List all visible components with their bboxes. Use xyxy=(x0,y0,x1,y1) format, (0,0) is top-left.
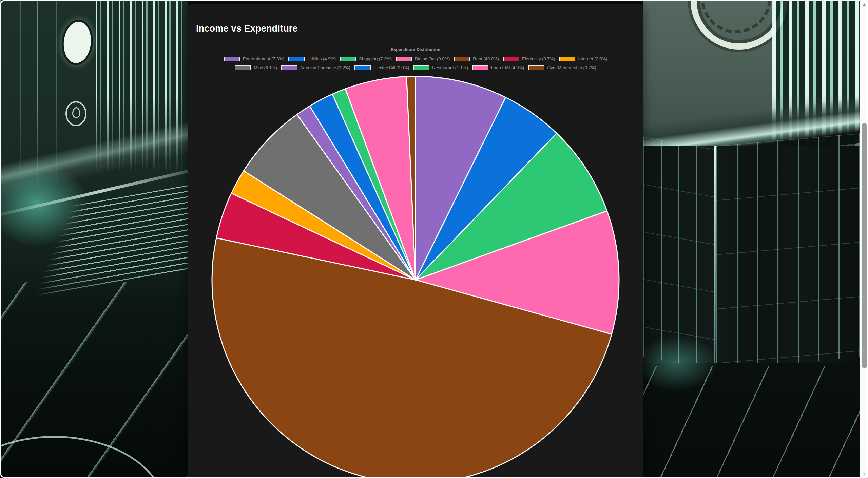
scrollbar[interactable]: ▲ ▼ xyxy=(860,0,868,478)
legend-item-label: Dining Out (9.8%) xyxy=(415,57,450,61)
legend-swatch xyxy=(281,65,297,70)
legend-item-label: Restaurant (1.1%) xyxy=(432,65,468,70)
scroll-down-icon[interactable]: ▼ xyxy=(860,472,868,477)
legend-swatch xyxy=(413,65,429,70)
legend-item-electricity[interactable]: Electricity (3.7%) xyxy=(503,57,555,61)
legend-swatch xyxy=(559,57,575,61)
legend-item-dining-out[interactable]: Dining Out (9.8%) xyxy=(396,57,450,61)
legend-item-amazon-purchase[interactable]: Amazon Purchase (1.2%) xyxy=(281,65,350,70)
legend-item-electric-bill[interactable]: Electric Bill (2.0%) xyxy=(354,65,409,70)
pie-chart xyxy=(188,4,643,478)
legend-swatch xyxy=(340,57,356,61)
legend-item-label: Shopping (7.3%) xyxy=(359,57,392,61)
bg-badge-ring xyxy=(65,101,86,126)
legend-item-restaurant[interactable]: Restaurant (1.1%) xyxy=(413,65,468,70)
legend-swatch xyxy=(503,57,519,61)
legend-swatch xyxy=(288,57,305,61)
bg-floor-glow xyxy=(643,326,731,400)
legend-item-label: Misc (6.1%) xyxy=(254,65,277,70)
legend-swatch xyxy=(454,57,470,61)
legend-item-label: Internet (2.0%) xyxy=(578,57,607,61)
legend-item-gym-membership[interactable]: Gym Membership (0.7%) xyxy=(528,65,596,70)
bg-oval-light xyxy=(59,18,95,67)
legend-item-label: Electricity (3.7%) xyxy=(522,57,555,61)
bg-cube-panel-lines-right xyxy=(716,133,868,370)
legend-row-1: Entertainment (7.3%)Utilities (4.9%)Shop… xyxy=(188,57,643,61)
bg-right-scene xyxy=(643,0,868,478)
legend-swatch xyxy=(224,57,240,61)
legend-item-label: Utilities (4.9%) xyxy=(307,57,336,61)
bg-left-scene xyxy=(0,0,188,478)
legend-item-utilities[interactable]: Utilities (4.9%) xyxy=(288,57,336,61)
legend-item-entertainment[interactable]: Entertainment (7.3%) xyxy=(224,57,285,61)
legend-item-misc[interactable]: Misc (6.1%) xyxy=(235,65,277,70)
legend-swatch xyxy=(354,65,371,70)
legend-item-label: Rent (49.0%) xyxy=(473,57,499,61)
legend-item-internet[interactable]: Internet (2.0%) xyxy=(559,57,607,61)
chart-legend: Entertainment (7.3%)Utilities (4.9%)Shop… xyxy=(188,57,643,74)
legend-item-rent[interactable]: Rent (49.0%) xyxy=(454,57,499,61)
legend-item-label: Entertainment (7.3%) xyxy=(243,57,285,61)
legend-row-2: Misc (6.1%)Amazon Purchase (1.2%)Electri… xyxy=(188,65,643,70)
scrollbar-thumb[interactable] xyxy=(862,123,867,368)
legend-swatch xyxy=(396,57,412,61)
legend-swatch xyxy=(472,65,488,70)
legend-item-shopping[interactable]: Shopping (7.3%) xyxy=(340,57,392,61)
bg-badge-core xyxy=(72,107,80,118)
legend-swatch xyxy=(235,65,251,70)
legend-item-label: Amazon Purchase (1.2%) xyxy=(300,65,350,70)
chart-card: Income vs Expenditure Expenditure Distri… xyxy=(188,4,643,478)
legend-item-loan-emi[interactable]: Loan EMI (4.9%) xyxy=(472,65,524,70)
legend-swatch xyxy=(528,65,544,70)
legend-item-label: Gym Membership (0.7%) xyxy=(547,65,596,70)
scroll-up-icon[interactable]: ▲ xyxy=(860,2,868,7)
legend-item-label: Loan EMI (4.9%) xyxy=(491,65,524,70)
legend-item-label: Electric Bill (2.0%) xyxy=(373,65,409,70)
